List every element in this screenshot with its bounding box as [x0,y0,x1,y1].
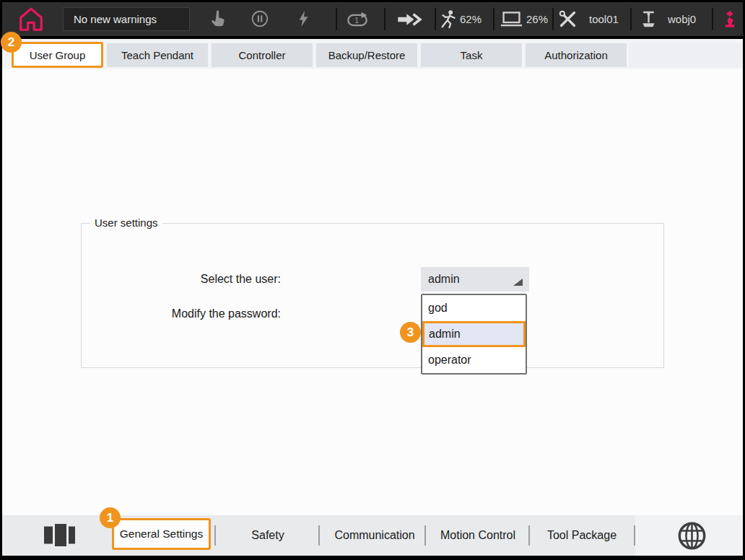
speed-runner-icon[interactable] [440,9,458,30]
dropdown-value: admin [428,273,460,285]
language-globe-icon[interactable] [676,520,707,551]
bottom-separator [214,525,216,546]
step-number: 2 [8,35,14,50]
tab-label: Teach Pendant [121,49,193,61]
svg-text:1: 1 [354,17,359,25]
tab-backup-restore[interactable]: Backup/Restore [316,43,417,67]
nav-communication[interactable]: Communication [334,515,414,556]
bottom-separator [318,525,320,546]
nav-safety[interactable]: Safety [251,515,284,556]
nav-general-settings[interactable]: General Settings [112,518,211,550]
topbar-separator [712,8,713,30]
nav-label: Tool Package [547,529,617,542]
home-icon[interactable] [17,6,45,33]
tab-label: Controller [238,49,285,61]
robot-arm-icon[interactable] [720,7,739,31]
tab-teach-pendant[interactable]: Teach Pendant [107,43,208,67]
monitor-percent: 26% [526,2,548,36]
dock-menu-icon[interactable] [43,523,77,547]
monitor-icon[interactable] [500,10,523,28]
workobject-joystick-icon[interactable] [639,9,658,29]
step-forward-icon[interactable] [396,11,422,28]
dropdown-corner-arrow-icon [513,279,523,286]
content-area: User settings Select the user: Modify th… [2,69,743,515]
tab-bar-filler [629,43,743,67]
option-label: admin [429,328,461,341]
topbar-separator [493,8,495,30]
topbar-separator [384,8,385,30]
nav-tool-package[interactable]: Tool Package [547,515,617,556]
tool-settings-icon[interactable] [558,9,578,29]
bottom-separator [634,525,635,546]
tab-label: Task [461,49,483,61]
tab-controller[interactable]: Controller [212,43,313,67]
top-status-bar: No new warnings 1 [2,2,743,36]
current-tool[interactable]: tool01 [589,2,619,36]
option-label: operator [428,354,471,367]
nav-label: Motion Control [440,529,515,542]
dropdown-option-operator[interactable]: operator [422,347,526,373]
bottom-separator [424,525,426,546]
nav-label: Communication [334,529,414,542]
tab-user-group[interactable]: User Group [12,42,103,68]
user-select-dropdown[interactable]: admin [421,267,529,292]
tab-label: Backup/Restore [328,49,406,61]
topbar-separator [552,8,554,30]
select-user-label: Select the user: [82,273,281,286]
tab-authorization[interactable]: Authorization [526,43,627,67]
warning-text: No new warnings [74,13,157,25]
option-label: god [428,302,448,315]
annotation-step-3: 3 [400,322,421,343]
annotation-step-1: 1 [100,507,121,528]
tab-label: Authorization [544,49,608,61]
power-bolt-icon[interactable] [296,9,312,29]
nav-label: Safety [251,529,284,542]
step-number: 1 [107,511,113,525]
nav-motion-control[interactable]: Motion Control [440,515,515,556]
dropdown-option-admin[interactable]: admin [422,321,526,347]
bottom-separator [528,525,530,546]
groupbox-legend: User settings [90,216,162,229]
tab-task[interactable]: Task [421,43,522,67]
warning-message-box[interactable]: No new warnings [63,7,190,31]
topbar-separator [435,8,436,30]
tab-label: User Group [30,49,86,61]
pause-icon[interactable] [250,9,269,28]
tab-bar: User Group Teach Pendant Controller Back… [2,39,743,69]
current-workobject[interactable]: wobj0 [668,2,696,36]
dropdown-option-god[interactable]: god [422,295,526,321]
step-number: 3 [407,325,414,340]
user-dropdown-list: god admin operator [421,294,527,375]
topbar-separator [336,8,337,30]
topbar-separator [630,8,632,30]
single-cycle-icon[interactable]: 1 [346,11,369,29]
nav-label: General Settings [120,528,203,541]
modify-password-label: Modify the password: [82,307,281,320]
speed-percent: 62% [460,2,482,36]
user-settings-groupbox: User settings Select the user: Modify th… [81,223,664,368]
annotation-step-2: 2 [1,32,22,53]
teach-pendant-screen: No new warnings 1 [0,0,745,560]
jog-hand-icon[interactable] [209,9,227,29]
